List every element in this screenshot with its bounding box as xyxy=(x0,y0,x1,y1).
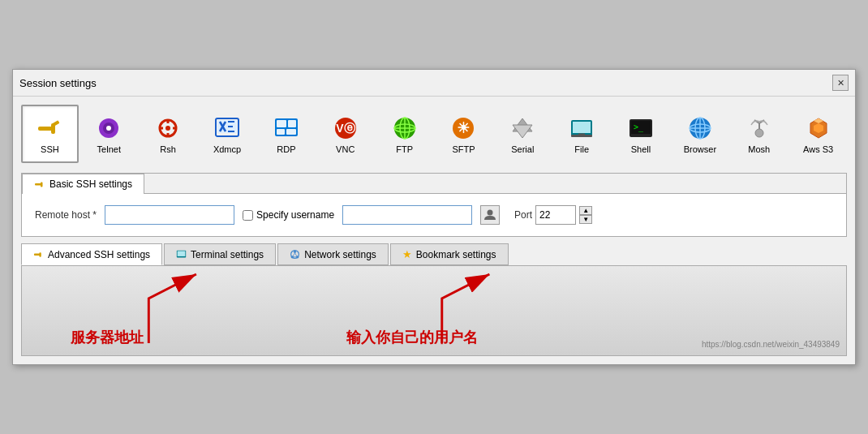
annotation-label-right: 输入你自己的用户名 xyxy=(346,328,478,347)
protocol-xdmcp[interactable]: Xdmcp xyxy=(199,105,256,163)
svg-rect-21 xyxy=(288,120,296,127)
protocol-rdp[interactable]: RDP xyxy=(257,105,315,163)
basic-settings-row: Remote host * Specify username xyxy=(35,205,833,225)
file-label: File xyxy=(574,144,589,154)
shell-label: Shell xyxy=(631,144,651,154)
remote-host-input[interactable] xyxy=(105,205,234,225)
svg-rect-60 xyxy=(178,251,186,256)
svg-text:>_: >_ xyxy=(634,122,644,132)
svg-rect-36 xyxy=(573,122,591,133)
tab-network[interactable]: Network settings xyxy=(277,243,389,265)
advanced-ssh-tab-icon xyxy=(33,249,44,260)
xdmcp-label: Xdmcp xyxy=(213,144,241,154)
protocol-serial[interactable]: Serial xyxy=(494,105,552,163)
protocol-telnet[interactable]: Telnet xyxy=(80,105,138,163)
svg-line-65 xyxy=(293,253,294,256)
specify-username-checkbox[interactable] xyxy=(243,210,253,221)
title-bar: Session settings ✕ xyxy=(13,70,855,97)
tab-terminal-label: Terminal settings xyxy=(191,249,264,260)
tab-bookmark[interactable]: ★ Bookmark settings xyxy=(390,243,509,265)
port-increment[interactable]: ▲ xyxy=(579,206,592,215)
protocol-ssh[interactable]: SSH xyxy=(21,105,79,163)
basic-tab-content: Remote host * Specify username xyxy=(22,194,846,236)
telnet-icon xyxy=(94,114,123,143)
shell-icon: >_ xyxy=(626,114,655,143)
serial-label: Serial xyxy=(511,144,534,154)
mosh-label: Mosh xyxy=(748,144,770,154)
session-settings-window: Session settings ✕ SSH xyxy=(12,69,856,365)
ftp-label: FTP xyxy=(396,144,413,154)
svg-rect-55 xyxy=(41,183,43,187)
port-spinner: ▲ ▼ xyxy=(579,206,592,224)
vnc-label: VNC xyxy=(336,144,355,154)
annotation-area: 服务器地址 输入你自己的用户名 https://blog.csdn.net/we… xyxy=(22,266,846,355)
awss3-label: Aws S3 xyxy=(803,144,833,154)
specify-username-label[interactable]: Specify username xyxy=(243,209,334,221)
serial-icon xyxy=(508,114,537,143)
tab-terminal[interactable]: Terminal settings xyxy=(164,243,276,265)
rdp-label: RDP xyxy=(277,144,295,154)
svg-point-7 xyxy=(165,126,170,131)
watermark: https://blog.csdn.net/weixin_43493849 xyxy=(702,340,840,349)
svg-text:☀: ☀ xyxy=(457,120,470,136)
svg-point-5 xyxy=(106,126,111,131)
username-input[interactable] xyxy=(342,205,472,225)
tab-advanced-ssh-label: Advanced SSH settings xyxy=(48,249,150,260)
port-input[interactable] xyxy=(535,205,576,225)
protocol-awss3[interactable]: Aws S3 xyxy=(789,105,847,163)
file-icon xyxy=(567,114,596,143)
annotation-label-left: 服务器地址 xyxy=(71,328,144,347)
basic-ssh-tab[interactable]: Basic SSH settings xyxy=(22,174,144,194)
ssh-tab-icon xyxy=(34,178,45,190)
telnet-label: Telnet xyxy=(97,144,121,154)
protocol-mosh[interactable]: Mosh xyxy=(730,105,788,163)
sftp-label: SFTP xyxy=(452,144,475,154)
bottom-tab-content: 服务器地址 输入你自己的用户名 https://blog.csdn.net/we… xyxy=(21,266,847,356)
protocol-file[interactable]: File xyxy=(553,105,611,163)
svg-point-56 xyxy=(488,210,493,216)
protocol-browser[interactable]: Browser xyxy=(671,105,728,163)
terminal-tab-icon xyxy=(176,249,187,260)
xdmcp-icon xyxy=(213,114,242,143)
protocol-rsh[interactable]: Rsh xyxy=(140,105,197,163)
port-decrement[interactable]: ▼ xyxy=(579,215,592,224)
rsh-icon xyxy=(153,114,183,143)
browser-label: Browser xyxy=(684,144,716,154)
protocol-bar: SSH Telnet xyxy=(21,105,847,163)
protocol-shell[interactable]: >_ Shell xyxy=(612,105,670,163)
awss3-icon xyxy=(804,114,833,143)
remote-host-label: Remote host * xyxy=(35,209,97,221)
svg-rect-58 xyxy=(39,252,41,257)
bottom-tabs-container: Advanced SSH settings Terminal settings xyxy=(21,243,847,356)
browser-icon xyxy=(685,114,715,143)
close-button[interactable]: ✕ xyxy=(832,75,849,91)
svg-line-66 xyxy=(295,253,297,256)
protocol-ftp[interactable]: FTP xyxy=(376,105,433,163)
svg-rect-20 xyxy=(277,120,286,127)
network-tab-icon xyxy=(290,249,300,260)
port-label: Port xyxy=(514,209,532,221)
rsh-label: Rsh xyxy=(160,144,176,154)
ssh-icon xyxy=(35,114,64,143)
svg-text:Vⓔ: Vⓔ xyxy=(336,122,355,135)
tab-network-label: Network settings xyxy=(304,249,376,260)
bottom-tab-bar: Advanced SSH settings Terminal settings xyxy=(21,243,847,266)
svg-point-62 xyxy=(294,251,296,253)
basic-tab-header: Basic SSH settings xyxy=(22,174,846,194)
window-content: SSH Telnet xyxy=(13,97,855,364)
specify-username-text: Specify username xyxy=(256,209,334,221)
user-icon-button[interactable] xyxy=(480,205,500,225)
user-icon xyxy=(483,208,496,221)
svg-rect-22 xyxy=(277,129,285,135)
svg-point-47 xyxy=(755,129,763,137)
bookmark-tab-icon: ★ xyxy=(402,248,412,260)
ssh-label: SSH xyxy=(41,144,59,154)
sftp-icon: ☀ xyxy=(449,114,478,143)
port-section: Port ▲ ▼ xyxy=(514,205,592,225)
protocol-vnc[interactable]: Vⓔ VNC xyxy=(316,105,374,163)
tab-advanced-ssh[interactable]: Advanced SSH settings xyxy=(21,243,162,265)
tab-bookmark-label: Bookmark settings xyxy=(416,249,496,260)
mosh-icon xyxy=(745,114,774,143)
svg-rect-23 xyxy=(286,129,296,135)
protocol-sftp[interactable]: ☀ SFTP xyxy=(435,105,492,163)
